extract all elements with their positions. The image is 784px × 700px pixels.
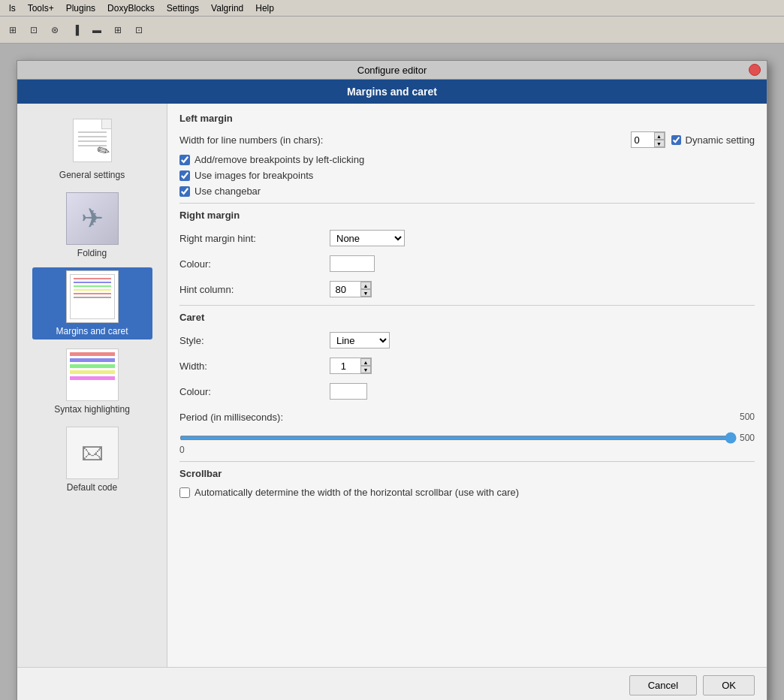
- sidebar-label-folding: Folding: [77, 248, 107, 258]
- hint-column-label: Hint column:: [179, 284, 330, 295]
- dynamic-setting-checkbox[interactable]: [671, 135, 681, 145]
- toolbar-btn-2[interactable]: ⊡: [24, 20, 44, 40]
- syntax-icon: [66, 348, 119, 401]
- breakpoints-checkbox-row: Add/remove breakpoints by left-clicking: [179, 154, 755, 165]
- caret-width-spin-down[interactable]: ▼: [360, 366, 371, 373]
- caret-colour-label: Colour:: [179, 386, 330, 397]
- caret-colour-box[interactable]: [330, 383, 367, 400]
- right-margin-colour-label: Colour:: [179, 258, 330, 270]
- margins-icon: [66, 270, 119, 323]
- sidebar-label-syntax: Syntax highlighting: [54, 404, 130, 415]
- sidebar-item-syntax[interactable]: Syntax highlighting: [32, 345, 152, 418]
- caret-width-row: Width: ▲ ▼: [179, 356, 755, 376]
- menu-help[interactable]: Help: [249, 2, 280, 15]
- right-margin-hint-label: Right margin hint:: [179, 233, 330, 244]
- content-area: Left margin Width for line numbers (in c…: [167, 104, 767, 667]
- caret-width-spinbox[interactable]: ▲ ▼: [330, 358, 372, 374]
- changebar-checkbox[interactable]: [179, 186, 190, 197]
- line-numbers-row: Width for line numbers (in chars): ▲ ▼ D…: [179, 131, 755, 148]
- changebar-checkbox-row: Use changebar: [179, 186, 755, 197]
- caret-width-label: Width:: [179, 361, 330, 372]
- sidebar-item-default[interactable]: 🖂 Default code: [32, 424, 152, 496]
- divider-2: [179, 305, 755, 306]
- period-label: Period (in milliseconds):: [179, 412, 330, 423]
- toolbar-btn-4[interactable]: ▐: [66, 20, 86, 40]
- auto-scrollbar-label: Automatically determine the width of the…: [194, 487, 519, 498]
- line-numbers-input[interactable]: [632, 132, 654, 147]
- toolbar-btn-5[interactable]: ▬: [87, 20, 107, 40]
- right-margin-hint-row: Right margin hint: None Line Background: [179, 228, 755, 248]
- line-numbers-spin-up[interactable]: ▲: [654, 132, 665, 140]
- line-numbers-right: ▲ ▼ Dynamic setting: [631, 131, 755, 148]
- period-max-value: 500: [740, 412, 755, 422]
- dialog-area: Configure editor Margins and caret: [8, 60, 776, 692]
- breakpoints-checkbox[interactable]: [179, 155, 190, 165]
- caret-style-select[interactable]: Line Block Invisible: [330, 332, 390, 348]
- auto-scrollbar-checkbox[interactable]: [179, 487, 190, 498]
- caret-style-row: Style: Line Block Invisible: [179, 330, 755, 350]
- default-code-icon: 🖂: [66, 427, 119, 479]
- hint-column-row: Hint column: ▲ ▼: [179, 279, 755, 299]
- menu-ls[interactable]: ls: [3, 2, 22, 15]
- scrollbar-title: Scrollbar: [179, 468, 755, 481]
- line-numbers-spin-down[interactable]: ▼: [654, 140, 665, 147]
- line-numbers-spin-buttons: ▲ ▼: [654, 132, 665, 147]
- menu-doxyblocks[interactable]: DoxyBlocks: [101, 2, 161, 15]
- changebar-label: Use changebar: [194, 186, 261, 197]
- hint-column-input[interactable]: [330, 282, 360, 297]
- menu-tools[interactable]: Tools+: [22, 2, 60, 15]
- dialog-body: ✎ General settings ✈ Folding: [17, 104, 767, 667]
- right-margin-title: Right margin: [179, 210, 755, 222]
- period-max-label: 500: [740, 433, 755, 443]
- toolbar-btn-1[interactable]: ⊞: [3, 20, 23, 40]
- right-margin-hint-select[interactable]: None Line Background: [330, 230, 405, 246]
- period-slider[interactable]: [179, 436, 737, 440]
- ok-button[interactable]: OK: [703, 675, 755, 695]
- menu-valgrind[interactable]: Valgrind: [205, 2, 249, 15]
- caret-width-input[interactable]: [330, 358, 360, 373]
- caret-style-label: Style:: [179, 335, 330, 346]
- caret-width-spin-buttons: ▲ ▼: [360, 358, 371, 373]
- sidebar: ✎ General settings ✈ Folding: [17, 104, 167, 667]
- sidebar-item-general[interactable]: ✎ General settings: [32, 111, 152, 183]
- hint-column-spinbox[interactable]: ▲ ▼: [330, 281, 372, 297]
- cancel-button[interactable]: Cancel: [629, 675, 697, 695]
- left-margin-title: Left margin: [179, 113, 755, 125]
- slider-container: 500: [179, 433, 755, 443]
- sidebar-item-margins[interactable]: Margins and caret: [32, 267, 152, 339]
- images-checkbox-row: Use images for breakpoints: [179, 170, 755, 181]
- sidebar-item-folding[interactable]: ✈ Folding: [32, 189, 152, 261]
- caret-width-spin-up[interactable]: ▲: [360, 358, 371, 366]
- right-margin-colour-box[interactable]: [330, 255, 375, 272]
- dialog-close-button[interactable]: [749, 64, 761, 76]
- breakpoints-label: Add/remove breakpoints by left-clicking: [194, 154, 364, 165]
- line-numbers-spinbox[interactable]: ▲ ▼: [631, 131, 665, 148]
- right-margin-hint-control: None Line Background: [330, 230, 755, 246]
- line-numbers-label: Width for line numbers (in chars):: [179, 134, 631, 146]
- period-label-row: Period (in milliseconds): 500: [179, 407, 755, 427]
- hint-column-spin-down[interactable]: ▼: [360, 289, 371, 297]
- divider-1: [179, 203, 755, 204]
- images-breakpoints-label: Use images for breakpoints: [194, 170, 313, 181]
- toolbar-btn-6[interactable]: ⊞: [108, 20, 128, 40]
- dynamic-setting-label: Dynamic setting: [686, 134, 755, 146]
- menu-plugins[interactable]: Plugins: [60, 2, 101, 15]
- right-margin-colour-row: Colour:: [179, 254, 755, 273]
- sidebar-label-general: General settings: [59, 170, 125, 180]
- dialog-section-header: Margins and caret: [17, 80, 767, 104]
- dialog-titlebar: Configure editor: [17, 61, 767, 80]
- menu-bar: ls Tools+ Plugins DoxyBlocks Settings Va…: [0, 0, 784, 17]
- caret-colour-row: Colour:: [179, 382, 755, 401]
- sidebar-label-margins: Margins and caret: [56, 326, 128, 336]
- sidebar-label-default: Default code: [67, 482, 117, 493]
- caret-style-control: Line Block Invisible: [330, 332, 755, 348]
- toolbar-btn-3[interactable]: ⊛: [45, 20, 65, 40]
- toolbar-btn-7[interactable]: ⊡: [129, 20, 149, 40]
- dialog-footer: Cancel OK: [17, 667, 767, 700]
- hint-column-spin-up[interactable]: ▲: [360, 282, 371, 289]
- menu-settings[interactable]: Settings: [161, 2, 205, 15]
- period-values: 0: [179, 445, 755, 455]
- images-breakpoints-checkbox[interactable]: [179, 170, 190, 181]
- hint-column-spin-buttons: ▲ ▼: [360, 282, 371, 297]
- caret-title: Caret: [179, 312, 755, 324]
